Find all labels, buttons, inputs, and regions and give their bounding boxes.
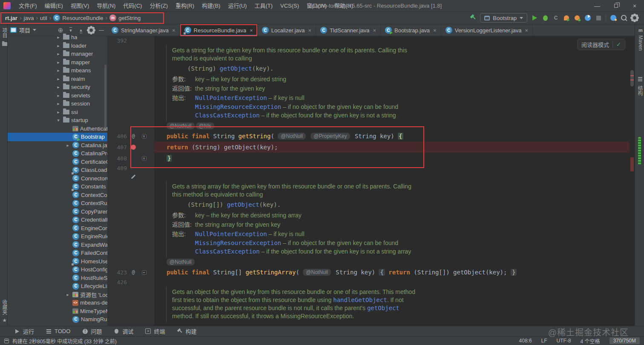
- tree-item[interactable]: Authenticator: [8, 125, 107, 133]
- editor-tab[interactable]: CTldScanner.java×: [316, 24, 381, 36]
- toolwindow-button-build[interactable]: 构建: [177, 327, 196, 335]
- tab-close-icon[interactable]: ×: [525, 27, 529, 34]
- tree-item[interactable]: ▸session: [8, 100, 107, 108]
- code-line[interactable]: }: [154, 153, 630, 164]
- tree-chevron-icon[interactable]: ▸: [55, 68, 61, 73]
- run-button[interactable]: [531, 14, 538, 21]
- reader-mode-toggle[interactable]: 阅读器模式 ✓: [577, 39, 625, 50]
- menu-item[interactable]: 代码(C): [119, 0, 146, 12]
- tree-item[interactable]: CHomesUserDa: [8, 257, 107, 266]
- project-stripe-button[interactable]: 项目: [1, 28, 8, 48]
- editor-tab[interactable]: CLocalizer.java×: [258, 24, 316, 36]
- tree-item[interactable]: CExpandWar: [8, 241, 107, 249]
- profiler-icon[interactable]: [584, 14, 591, 21]
- editor-tab[interactable]: CResourceBundle.java×: [180, 24, 258, 36]
- tree-chevron-icon[interactable]: ▸: [55, 51, 61, 56]
- tab-close-icon[interactable]: ×: [373, 27, 376, 34]
- tree-item[interactable]: ▸资源包 'LocalSt: [8, 291, 107, 299]
- tree-item[interactable]: CContextConfig: [8, 191, 107, 200]
- collapse-all-icon[interactable]: [78, 27, 84, 34]
- run-config-selector[interactable]: Bootstrap: [480, 13, 527, 23]
- editor-tab[interactable]: CStringManager.java×: [107, 24, 180, 36]
- menu-item[interactable]: 导航(N): [93, 0, 119, 12]
- fold-open-icon[interactable]: ∨: [142, 134, 147, 139]
- locate-file-icon[interactable]: [57, 27, 64, 34]
- tab-close-icon[interactable]: ×: [308, 27, 312, 34]
- toolwindow-button-todo[interactable]: TODO: [46, 328, 70, 334]
- menu-item[interactable]: 构建(B): [198, 0, 224, 12]
- settings-gear-icon[interactable]: [631, 14, 638, 21]
- tree-item[interactable]: ▾startup: [8, 116, 107, 125]
- tree-chevron-icon[interactable]: ▸: [65, 143, 71, 148]
- tree-item[interactable]: ▸ha: [8, 33, 107, 42]
- profiler-run-icon[interactable]: [563, 14, 570, 21]
- tree-chevron-icon[interactable]: ▸: [55, 77, 61, 81]
- tree-item[interactable]: ▸mapper: [8, 58, 107, 67]
- editor-scrollbar[interactable]: [630, 36, 635, 326]
- fold-close-icon[interactable]: ∧: [142, 156, 147, 161]
- code-line[interactable]: return (String) getObject(key);: [154, 142, 630, 153]
- code-line[interactable]: public final String[] getStringArray( @N…: [154, 267, 630, 278]
- tree-chevron-icon[interactable]: ▸: [55, 35, 61, 40]
- menu-item[interactable]: 分析(Z): [146, 0, 172, 12]
- tree-item[interactable]: CClassLoaderFa: [8, 166, 107, 174]
- tree-item[interactable]: CHostConfig: [8, 265, 107, 274]
- toolwindow-button-run[interactable]: 运行: [14, 327, 34, 335]
- chevron-down-icon[interactable]: [33, 29, 36, 31]
- breadcrumb-item[interactable]: CResourceBundle: [53, 14, 103, 21]
- tree-item[interactable]: ▸security: [8, 83, 107, 91]
- tree-item[interactable]: CCopyParentCla: [8, 208, 107, 216]
- tree-item[interactable]: CHostRuleSet: [8, 274, 107, 282]
- breadcrumb-item[interactable]: java: [24, 15, 34, 21]
- tree-chevron-icon[interactable]: ▸: [55, 101, 61, 106]
- menu-item[interactable]: 运行(U): [224, 0, 250, 12]
- tree-item[interactable]: ▸servlets: [8, 91, 107, 100]
- tree-item[interactable]: CCatalinaPrope: [8, 149, 107, 158]
- favorites-stripe-button[interactable]: 收藏夹 ★: [1, 299, 8, 323]
- search-everywhere-icon[interactable]: [621, 14, 627, 21]
- tree-chevron-icon[interactable]: ▸: [55, 85, 61, 89]
- tree-chevron-icon[interactable]: ▸: [55, 43, 61, 48]
- editor-tab[interactable]: CBootstrap.java×: [381, 24, 441, 36]
- panel-settings-icon[interactable]: [88, 27, 95, 34]
- tree-item[interactable]: CEngineConfig: [8, 224, 107, 233]
- code-line[interactable]: public final String getString( @NotNull …: [154, 131, 630, 142]
- tab-close-icon[interactable]: ×: [172, 27, 175, 34]
- tree-item[interactable]: CCredentialHan: [8, 216, 107, 224]
- tree-item[interactable]: CContextRuleSe: [8, 199, 107, 208]
- event-log-icon[interactable]: [4, 339, 9, 343]
- tree-item[interactable]: CFailedContext: [8, 249, 107, 257]
- profiler-debug-icon[interactable]: [574, 14, 581, 21]
- run-with-coverage-icon[interactable]: [552, 14, 559, 21]
- scrollbar-thumb[interactable]: [630, 70, 634, 86]
- tree-chevron-icon[interactable]: ▸: [55, 110, 61, 114]
- fold-plus-icon[interactable]: +: [142, 270, 147, 275]
- tree-item[interactable]: CLifecycleListe: [8, 282, 107, 291]
- tree-item[interactable]: CConnectorCre: [8, 174, 107, 183]
- expand-all-icon[interactable]: [67, 27, 74, 34]
- minimize-button[interactable]: —: [588, 0, 607, 12]
- tree-item[interactable]: ▸ssi: [8, 108, 107, 117]
- breakpoint-icon[interactable]: [131, 145, 136, 150]
- project-scrollbar[interactable]: [104, 65, 106, 128]
- tree-item[interactable]: ▸loader: [8, 42, 107, 50]
- tab-close-icon[interactable]: ×: [433, 27, 437, 34]
- toolwindow-button-debug[interactable]: 调试: [114, 327, 133, 335]
- tree-chevron-icon[interactable]: ▾: [55, 118, 61, 123]
- tree-item[interactable]: CEngineRuleSet: [8, 232, 107, 241]
- menu-item[interactable]: VCS(S): [276, 0, 303, 12]
- restore-button[interactable]: [607, 0, 625, 12]
- menu-item[interactable]: 重构(R): [172, 0, 198, 12]
- file-encoding[interactable]: UTF-8: [557, 338, 571, 344]
- tree-item[interactable]: ▸realm: [8, 75, 107, 83]
- menu-item[interactable]: 文件(F): [15, 0, 41, 12]
- tree-item[interactable]: <>mbeans-descr: [8, 299, 107, 307]
- tree-chevron-icon[interactable]: ▸: [55, 60, 61, 65]
- tree-item[interactable]: MimeTypeMa: [8, 307, 107, 316]
- menu-item[interactable]: 视图(V): [67, 0, 93, 12]
- build-hammer-icon[interactable]: [469, 14, 476, 21]
- memory-indicator[interactable]: 370/750M: [610, 337, 640, 344]
- breadcrumb-item[interactable]: util: [40, 15, 47, 21]
- editor-tab[interactable]: CVersionLoggerListener.java×: [441, 24, 533, 36]
- toolwindow-button-problems[interactable]: 问题: [82, 327, 102, 335]
